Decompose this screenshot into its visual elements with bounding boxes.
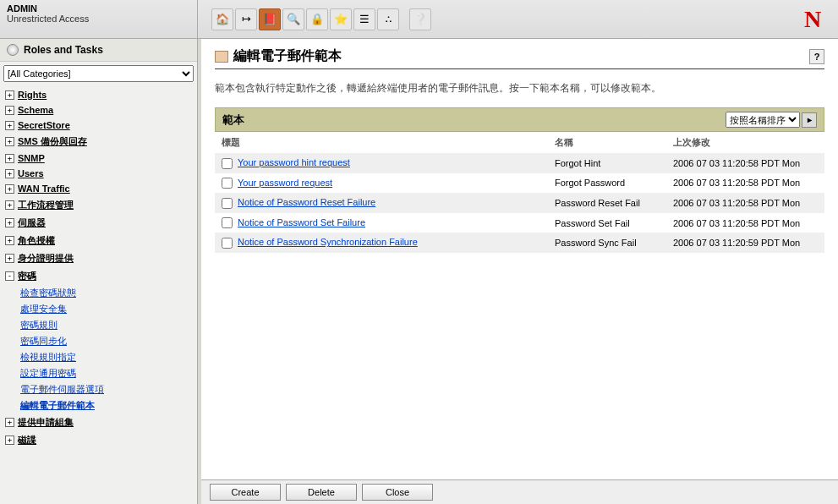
star-icon[interactable]: ⭐: [330, 8, 352, 30]
sidebar-item-label: Users: [18, 168, 44, 178]
template-link[interactable]: Notice of Password Reset Failure: [238, 197, 375, 207]
expand-icon[interactable]: +: [5, 184, 14, 194]
sidebar-item-label: 身分證明提供: [18, 252, 74, 265]
sidebar-item[interactable]: +提供申請組集: [0, 414, 197, 431]
template-modified: 2006 07 03 11:20:58 PDT Mon: [666, 193, 824, 213]
row-checkbox[interactable]: [222, 158, 233, 169]
search-icon[interactable]: 🔍: [282, 8, 304, 30]
sidebar-subtree: 檢查密碼狀態處理安全集密碼規則密碼同步化檢視規則指定設定通用密碼電子郵件伺服器選…: [0, 285, 197, 414]
sidebar-item[interactable]: +SNMP: [0, 151, 197, 166]
sidebar-sub-item[interactable]: 密碼規則: [20, 317, 197, 333]
table-row: Your password requestForgot Password2006…: [215, 173, 824, 194]
row-checkbox[interactable]: [222, 238, 233, 249]
sidebar-sub-item[interactable]: 檢視規則指定: [20, 349, 197, 365]
template-name: Password Reset Fail: [548, 193, 666, 213]
table-row: Notice of Password Synchronization Failu…: [215, 233, 824, 253]
row-checkbox[interactable]: [222, 198, 233, 209]
content-area: 編輯電子郵件範本 ? 範本包含執行特定動作之後，轉遞給終端使用者的電子郵件訊息。…: [198, 39, 838, 504]
sort-go-button[interactable]: ▸: [802, 112, 817, 128]
sidebar-item[interactable]: +SecretStore: [0, 118, 197, 133]
expand-icon[interactable]: +: [5, 236, 14, 245]
category-select[interactable]: [All Categories]: [3, 65, 194, 82]
col-subject: 標題: [215, 132, 548, 153]
sidebar-item[interactable]: +身分證明提供: [0, 249, 197, 267]
sidebar-item-label: SMS 備份與回存: [18, 135, 87, 148]
template-name: Forgot Hint: [548, 153, 666, 173]
help-icon[interactable]: ❔: [409, 8, 431, 30]
lock-icon[interactable]: 🔒: [306, 8, 328, 30]
org-icon[interactable]: ⛬: [377, 8, 399, 30]
expand-icon[interactable]: +: [5, 154, 14, 163]
sidebar-heading: Roles and Tasks: [0, 39, 197, 62]
sidebar-item[interactable]: +Schema: [0, 102, 197, 118]
col-name: 名稱: [548, 132, 666, 153]
home-icon[interactable]: 🏠: [211, 8, 233, 30]
sidebar-sub-item[interactable]: 編輯電子郵件範本: [20, 397, 197, 414]
section-label: 範本: [222, 112, 244, 128]
sort-select[interactable]: 按照名稱排序: [726, 112, 800, 128]
expand-icon[interactable]: +: [5, 200, 14, 210]
sidebar-item-label: 提供申請組集: [18, 416, 74, 429]
template-link[interactable]: Your password request: [238, 178, 332, 188]
template-name: Password Sync Fail: [548, 233, 666, 253]
sidebar-item[interactable]: +Users: [0, 166, 197, 181]
sidebar-item[interactable]: +角色授權: [0, 232, 197, 249]
sidebar-item[interactable]: +伺服器: [0, 214, 197, 232]
exit-icon[interactable]: ↦: [235, 8, 257, 30]
expand-icon[interactable]: +: [5, 418, 14, 427]
delete-button[interactable]: Delete: [286, 484, 357, 501]
button-bar: Create Delete Close: [201, 479, 838, 504]
expand-icon[interactable]: +: [5, 218, 14, 227]
templates-table: 標題 名稱 上次修改 Your password hint requestFor…: [215, 132, 824, 253]
col-modified: 上次修改: [666, 132, 824, 153]
top-toolbar: 🏠 ↦ 📕 🔍 🔒 ⭐ ☰ ⛬ ❔: [198, 0, 787, 38]
create-button[interactable]: Create: [210, 484, 281, 501]
row-checkbox[interactable]: [222, 217, 233, 228]
sidebar-item-label: 角色授權: [18, 234, 55, 247]
sidebar-sub-item[interactable]: 設定通用密碼: [20, 365, 197, 381]
sidebar-item-label: Rights: [18, 90, 47, 100]
template-link[interactable]: Notice of Password Set Failure: [238, 217, 365, 227]
sidebar: Roles and Tasks [All Categories] +Rights…: [0, 39, 198, 504]
sidebar-item[interactable]: +Rights: [0, 87, 197, 102]
sidebar-item-label: SNMP: [18, 153, 45, 163]
template-link[interactable]: Notice of Password Synchronization Failu…: [238, 237, 418, 247]
sidebar-item[interactable]: +WAN Traffic: [0, 181, 197, 196]
sidebar-sub-item[interactable]: 電子郵件伺服器選項: [20, 381, 197, 397]
page-title: 編輯電子郵件範本: [215, 47, 342, 65]
table-row: Notice of Password Reset FailurePassword…: [215, 193, 824, 213]
row-checkbox[interactable]: [222, 178, 233, 189]
collapse-icon[interactable]: -: [5, 271, 14, 281]
expand-icon[interactable]: +: [5, 436, 14, 445]
sidebar-item[interactable]: +磁諜: [0, 431, 197, 449]
admin-subtitle: Unrestricted Access: [7, 14, 190, 24]
sidebar-tree: +Rights+Schema+SecretStore+SMS 備份與回存+SNM…: [0, 85, 197, 504]
sidebar-item[interactable]: +工作流程管理: [0, 196, 197, 214]
sidebar-item[interactable]: -密碼: [0, 267, 197, 285]
expand-icon[interactable]: +: [5, 254, 14, 263]
expand-icon[interactable]: +: [5, 121, 14, 130]
sidebar-sub-item[interactable]: 密碼同步化: [20, 333, 197, 349]
template-link[interactable]: Your password hint request: [238, 157, 350, 167]
table-row: Your password hint requestForgot Hint200…: [215, 153, 824, 173]
page-title-text: 編輯電子郵件範本: [233, 47, 342, 65]
sidebar-item-label: 密碼: [18, 270, 36, 282]
sidebar-item-label: SecretStore: [18, 120, 70, 130]
book-icon[interactable]: 📕: [259, 8, 281, 30]
template-name: Forgot Password: [548, 173, 666, 194]
top-left-identity: ADMIN Unrestricted Access: [0, 0, 198, 38]
expand-icon[interactable]: +: [5, 169, 14, 178]
sidebar-sub-item[interactable]: 處理安全集: [20, 301, 197, 317]
expand-icon[interactable]: +: [5, 90, 14, 100]
sidebar-sub-item[interactable]: 檢查密碼狀態: [20, 285, 197, 301]
admin-title: ADMIN: [7, 3, 190, 14]
sidebar-item-label: 伺服器: [18, 216, 46, 229]
page-help-button[interactable]: ?: [809, 49, 824, 64]
list-icon[interactable]: ☰: [353, 8, 375, 30]
close-button[interactable]: Close: [362, 484, 433, 501]
sidebar-item[interactable]: +SMS 備份與回存: [0, 133, 197, 151]
expand-icon[interactable]: +: [5, 137, 14, 146]
expand-icon[interactable]: +: [5, 106, 14, 115]
template-modified: 2006 07 03 11:20:58 PDT Mon: [666, 173, 824, 194]
top-bar: ADMIN Unrestricted Access 🏠 ↦ 📕 🔍 🔒 ⭐ ☰ …: [0, 0, 838, 39]
